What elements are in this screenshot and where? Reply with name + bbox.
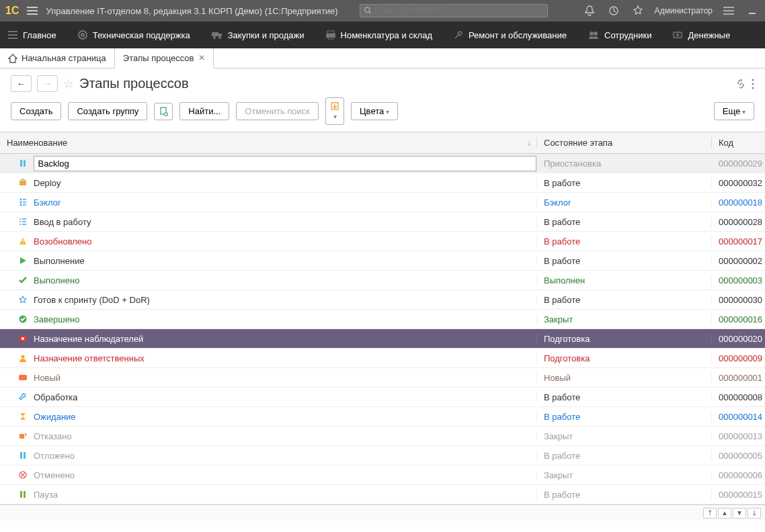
svg-point-0 <box>364 7 369 12</box>
svg-rect-22 <box>24 160 26 167</box>
sort-indicator-icon: ↓ <box>527 138 531 148</box>
forward-button[interactable]: → <box>37 75 58 92</box>
svg-point-17 <box>752 87 754 89</box>
cell-state: В работе <box>536 392 711 402</box>
nav-nomenclature[interactable]: Номенклатура и склад <box>323 30 435 40</box>
repair-icon <box>454 30 463 40</box>
nav-employees[interactable]: Сотрудники <box>586 30 654 40</box>
row-icon <box>17 197 28 208</box>
row-icon <box>17 333 28 344</box>
star-icon[interactable] <box>630 5 646 16</box>
table-row[interactable]: Ввод в работуВ работе000000028 <box>0 212 765 232</box>
nav-label: Сотрудники <box>604 30 651 40</box>
more-vertical-icon[interactable] <box>752 79 754 89</box>
svg-rect-37 <box>24 491 26 498</box>
cell-name-text: Завершено <box>34 314 79 324</box>
table-row[interactable]: ПаузаВ работе000000015 <box>0 485 765 504</box>
global-search[interactable] <box>360 4 548 17</box>
page-header: ← → ☆ Этапы процессов <box>0 69 765 97</box>
svg-point-30 <box>22 355 25 359</box>
table-row[interactable]: ОжиданиеВ работе000000014 <box>0 407 765 427</box>
table-row[interactable]: ВозобновленоВ работе000000017 <box>0 232 765 251</box>
table-row[interactable]: ВыполненоВыполнен000000003 <box>0 271 765 290</box>
column-header-state[interactable]: Состояние этапа <box>536 138 711 148</box>
row-icon <box>17 470 28 480</box>
tab-close-icon[interactable]: ✕ <box>198 53 205 62</box>
cell-name-text: Выполнение <box>34 256 85 266</box>
import-dropdown-button[interactable] <box>325 97 344 125</box>
table-row[interactable]: ОтложеноВ работе000000005 <box>0 446 765 466</box>
home-icon <box>8 54 17 63</box>
nav-label: Техническая поддержка <box>93 30 190 40</box>
create-button[interactable]: Создать <box>11 102 61 120</box>
nav-money[interactable]: Денежные <box>670 30 733 40</box>
hamburger-icon[interactable] <box>27 7 38 15</box>
svg-point-11 <box>590 32 594 36</box>
table-row-editing[interactable]: Приостановка 000000029 <box>0 154 765 173</box>
create-group-button[interactable]: Создать группу <box>68 102 147 120</box>
nav-main[interactable]: Главное <box>5 30 59 40</box>
cell-code: 000000002 <box>711 256 765 266</box>
tab-label: Этапы процессов <box>123 53 194 63</box>
svg-point-15 <box>752 79 754 81</box>
cancel-find-button[interactable]: Отменить поиск <box>236 102 319 120</box>
tab-home[interactable]: Начальная страница <box>0 48 115 68</box>
nav-repair[interactable]: Ремонт и обслуживание <box>451 30 569 40</box>
more-dropdown-button[interactable]: Еще <box>714 102 754 120</box>
scroll-down-icon[interactable]: ▼ <box>733 508 746 519</box>
cell-code: 000000014 <box>711 412 765 422</box>
name-edit-input[interactable] <box>34 156 537 171</box>
history-icon[interactable] <box>606 5 622 16</box>
cell-name-text: Назначение наблюдателей <box>34 334 143 344</box>
cell-state: В работе <box>536 217 711 227</box>
column-header-name[interactable]: Наименование ↓ <box>0 138 536 148</box>
nav-label: Закупки и продажи <box>228 30 305 40</box>
cell-state: Новый <box>536 373 711 383</box>
colors-dropdown-button[interactable]: Цвета <box>351 102 398 120</box>
cell-state: Закрыт <box>536 431 711 441</box>
truck-icon <box>212 31 223 39</box>
svg-rect-23 <box>19 181 26 185</box>
table-row[interactable]: ОбработкаВ работе000000008 <box>0 388 765 407</box>
link-icon[interactable] <box>735 79 746 89</box>
table-row[interactable]: ЗавершеноЗакрыт000000016 <box>0 310 765 329</box>
table-row[interactable]: НовыйНовый000000001 <box>0 368 765 388</box>
svg-point-25 <box>20 202 22 204</box>
column-header-code[interactable]: Код <box>711 138 765 148</box>
table-row[interactable]: Назначение наблюдателейПодготовка0000000… <box>0 329 765 349</box>
cell-state: Закрыт <box>536 470 711 480</box>
bell-icon[interactable] <box>581 5 598 16</box>
nav-tech-support[interactable]: Техническая поддержка <box>75 30 193 40</box>
table-row[interactable]: ОтмененоЗакрыт000000006 <box>0 466 765 485</box>
settings-lines-icon[interactable] <box>721 7 737 15</box>
cell-name-text: Новый <box>34 373 61 383</box>
scroll-bottom-icon[interactable]: ⤓ <box>748 508 761 519</box>
table-row[interactable]: ВыполнениеВ работе000000002 <box>0 251 765 271</box>
table-row[interactable]: DeployВ работе000000032 <box>0 173 765 193</box>
toolbar: Создать Создать группу Найти... Отменить… <box>0 97 765 132</box>
find-button[interactable]: Найти... <box>179 102 229 120</box>
cell-code: 000000030 <box>711 295 765 305</box>
username-label[interactable]: Администратор <box>654 6 713 15</box>
scroll-top-icon[interactable]: ⤒ <box>703 508 717 519</box>
table-row[interactable]: Готов к спринту (DoD + DoR)В работе00000… <box>0 290 765 310</box>
back-button[interactable]: ← <box>11 75 32 92</box>
cell-state: В работе <box>536 236 711 247</box>
scroll-up-icon[interactable]: ▲ <box>718 508 731 519</box>
nav-purchases[interactable]: Закупки и продажи <box>209 30 307 40</box>
row-icon <box>17 392 28 402</box>
global-search-input[interactable] <box>374 6 543 15</box>
svg-point-26 <box>20 204 22 206</box>
table-row[interactable]: Назначение ответственныхПодготовка000000… <box>0 349 765 368</box>
cell-state: Бэклог <box>536 197 711 208</box>
column-label: Наименование <box>7 138 67 148</box>
table-row[interactable]: ОтказаноЗакрыт000000013 <box>0 427 765 446</box>
cell-name-text: Ввод в работу <box>34 217 91 227</box>
copy-button[interactable] <box>154 103 173 120</box>
cell-state: Подготовка <box>536 334 711 344</box>
table-row[interactable]: БэклогБэклог000000018 <box>0 193 765 212</box>
window-minimize-icon[interactable] <box>745 6 760 15</box>
tab-process-stages[interactable]: Этапы процессов ✕ <box>115 48 214 69</box>
favorite-star-icon[interactable]: ☆ <box>63 77 74 91</box>
cell-name-text: Deploy <box>34 178 61 188</box>
